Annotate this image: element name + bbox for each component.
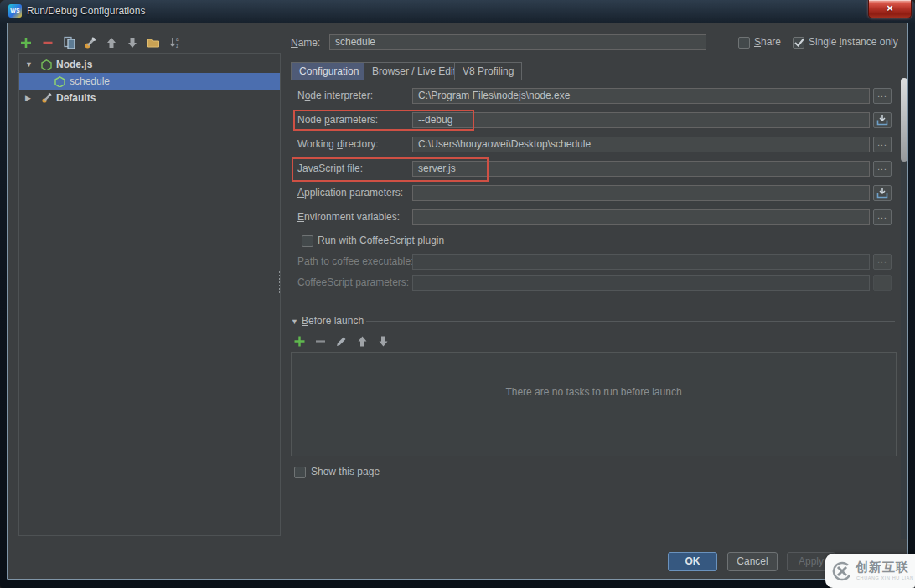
application-parameters-label: Application parameters: — [297, 185, 403, 201]
before-launch-divider — [366, 321, 895, 322]
tab-browser-live-edit[interactable]: Browser / Live Edit — [364, 62, 464, 80]
tree-item-nodejs-group[interactable]: ▼ Node.js — [19, 56, 280, 73]
ok-button[interactable]: OK — [668, 552, 717, 571]
path-to-coffee-field — [412, 254, 870, 270]
arrow-up-icon — [105, 36, 118, 49]
pencil-icon — [335, 335, 348, 348]
tree-item-defaults[interactable]: ▶ Defaults — [19, 90, 280, 106]
before-launch-add-button[interactable] — [293, 335, 307, 348]
minus-icon — [41, 36, 54, 49]
svg-text:a: a — [176, 36, 179, 42]
tab-configuration[interactable]: Configuration — [291, 62, 367, 80]
svg-text:z: z — [176, 43, 178, 49]
move-down-button[interactable] — [125, 35, 140, 50]
new-folder-button[interactable] — [146, 35, 161, 50]
tree-label: Node.js — [56, 56, 92, 73]
scrollbar-track[interactable] — [901, 78, 907, 539]
before-launch-empty-text: There are no tasks to run before launch — [292, 386, 896, 398]
working-directory-field[interactable]: C:\Users\houyaowei\Desktop\schedule — [412, 137, 870, 152]
coffeescript-parameters-field — [412, 275, 870, 291]
node-parameters-insert-macro-button[interactable] — [873, 112, 892, 128]
webstorm-app-icon: WS — [8, 4, 22, 18]
javascript-file-label: JavaScript file: — [297, 161, 363, 177]
show-this-page-label: Show this page — [311, 467, 380, 477]
before-launch-task-list[interactable]: There are no tasks to run before launch — [291, 352, 897, 456]
copy-configuration-button[interactable] — [62, 35, 77, 50]
expanded-arrow-icon[interactable]: ▼ — [25, 56, 33, 73]
share-checkbox[interactable] — [738, 37, 750, 49]
name-input[interactable]: schedule — [329, 34, 706, 50]
tree-item-schedule[interactable]: schedule — [19, 73, 280, 90]
wrench-icon — [84, 36, 97, 49]
path-to-coffee-label: Path to coffee executable: — [297, 254, 414, 270]
single-instance-label: Single instance only — [809, 37, 898, 48]
run-with-coffeescript-label: Run with CoffeeScript plugin — [318, 235, 444, 246]
watermark-subtitle: CHUANG XIN HU LIAN — [856, 575, 914, 580]
insert-macro-icon — [876, 114, 888, 126]
watermark-badge: 创新互联 CHUANG XIN HU LIAN — [825, 554, 915, 588]
share-label: Share — [754, 37, 781, 48]
minus-icon — [314, 335, 327, 348]
node-parameters-label: Node parameters: — [297, 112, 378, 128]
folder-icon — [147, 36, 160, 49]
before-launch-move-up-button[interactable] — [356, 335, 370, 348]
watermark-title: 创新互联 — [856, 560, 909, 575]
plus-icon — [19, 36, 33, 49]
show-this-page-checkbox[interactable] — [294, 467, 306, 478]
edit-defaults-button[interactable] — [83, 35, 98, 50]
move-up-button[interactable] — [104, 35, 119, 50]
arrow-down-icon — [377, 335, 390, 348]
node-interpreter-browse-button[interactable]: ... — [873, 88, 892, 104]
working-directory-label: Working directory: — [297, 137, 379, 152]
run-debug-configurations-dialog: WS Run/Debug Configurations × — [0, 0, 915, 588]
tree-label: Defaults — [56, 90, 96, 106]
coffeescript-parameters-macro-button — [873, 275, 892, 291]
before-launch-remove-button[interactable] — [314, 335, 328, 348]
javascript-file-browse-button[interactable]: ... — [873, 161, 892, 177]
run-with-coffeescript-checkbox[interactable] — [302, 235, 313, 247]
javascript-file-field[interactable]: server.js — [412, 161, 870, 177]
node-interpreter-field[interactable]: C:\Program Files\nodejs\node.exe — [412, 88, 870, 104]
arrow-up-icon — [356, 335, 369, 348]
configurations-tree: ▼ Node.js schedule ▶ Defaults — [18, 53, 281, 536]
before-launch-edit-button[interactable] — [335, 335, 349, 348]
before-launch-collapse-arrow[interactable]: ▼ — [291, 317, 298, 326]
insert-macro-icon — [876, 187, 888, 199]
node-interpreter-label: Node interpreter: — [297, 88, 373, 104]
cancel-button[interactable]: Cancel — [727, 552, 778, 571]
splitter-handle[interactable] — [276, 271, 281, 294]
window-titlebar[interactable]: WS Run/Debug Configurations × — [0, 0, 915, 23]
tree-label: schedule — [70, 73, 110, 90]
environment-variables-label: Environment variables: — [297, 209, 400, 225]
remove-configuration-button[interactable] — [40, 35, 55, 50]
wrench-icon — [41, 92, 53, 109]
single-instance-checkbox[interactable] — [793, 37, 804, 49]
before-launch-title: Before launch — [302, 316, 364, 327]
window-title: Run/Debug Configurations — [27, 5, 145, 17]
sort-az-icon: a z — [168, 36, 182, 49]
close-button[interactable]: × — [868, 0, 912, 18]
add-configuration-button[interactable] — [18, 35, 34, 50]
plus-icon — [293, 335, 306, 348]
checkmark-icon — [794, 37, 805, 49]
application-parameters-insert-macro-button[interactable] — [873, 185, 892, 201]
coffeescript-parameters-label: CoffeeScript parameters: — [297, 275, 409, 291]
node-parameters-field[interactable]: --debug — [412, 112, 870, 128]
scrollbar-thumb[interactable] — [901, 78, 907, 162]
before-launch-move-down-button[interactable] — [377, 335, 390, 348]
environment-variables-browse-button[interactable]: ... — [873, 209, 892, 225]
copy-icon — [63, 36, 76, 49]
name-label: Name: — [291, 35, 320, 51]
watermark-logo-icon — [831, 560, 853, 582]
tab-v8-profiling[interactable]: V8 Profiling — [454, 62, 522, 80]
sort-configurations-button[interactable]: a z — [168, 35, 183, 50]
path-to-coffee-browse-button: ... — [873, 254, 892, 270]
arrow-down-icon — [126, 36, 139, 49]
working-directory-browse-button[interactable]: ... — [873, 137, 892, 152]
environment-variables-field[interactable] — [412, 209, 870, 225]
application-parameters-field[interactable] — [412, 185, 870, 201]
collapsed-arrow-icon[interactable]: ▶ — [25, 90, 31, 106]
